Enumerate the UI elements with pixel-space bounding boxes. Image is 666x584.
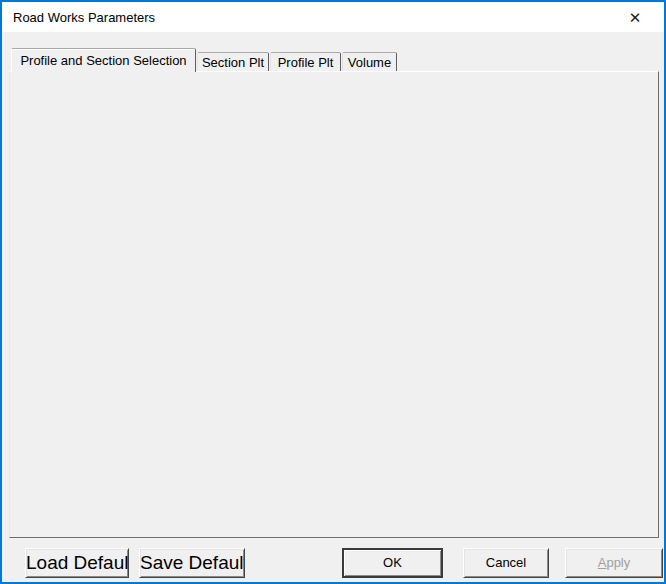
tab-panel	[9, 71, 659, 538]
save-default-button[interactable]: Save Default	[139, 548, 245, 578]
title-bar: Road Works Parameters	[2, 2, 664, 32]
cancel-button[interactable]: Cancel	[463, 548, 549, 578]
tab-section-plt[interactable]: Section Plt	[197, 52, 269, 72]
close-icon[interactable]: ✕	[620, 8, 650, 28]
ok-button[interactable]: OK	[342, 548, 443, 578]
dialog-title: Road Works Parameters	[2, 10, 155, 25]
road-works-parameters-dialog: Road Works Parameters ✕ Profile and Sect…	[0, 0, 666, 584]
tab-volume[interactable]: Volume	[342, 52, 397, 72]
load-default-button[interactable]: Load Default	[25, 548, 129, 578]
tab-profile-plt[interactable]: Profile Plt	[270, 52, 341, 72]
tab-profile-and-section-selection[interactable]: Profile and Section Selection	[11, 48, 196, 72]
apply-button: Apply	[565, 548, 663, 578]
